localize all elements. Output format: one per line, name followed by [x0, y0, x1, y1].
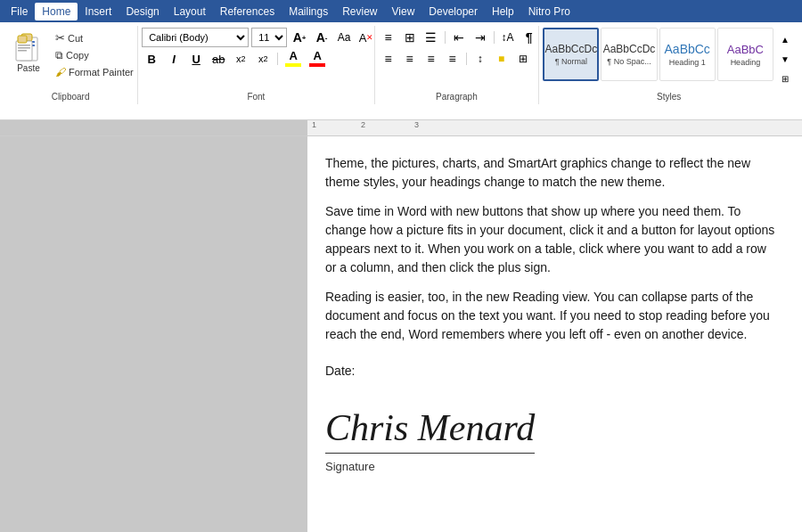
highlight-icon: A [289, 50, 297, 62]
ruler-left-gray [0, 120, 307, 136]
copy-button[interactable]: ⧉ Copy [52, 47, 137, 63]
decrease-indent-button[interactable]: ⇤ [449, 28, 469, 47]
clipboard-actions: ✂ Cut ⧉ Copy 🖌 Format Painter [52, 28, 137, 80]
align-right-button[interactable]: ≡ [421, 49, 441, 69]
font-group: Calibri (Body) 11 A+ A- Aa A✕ B I U ab x… [138, 26, 374, 104]
style-nospace-preview: AaBbCcDc [603, 43, 656, 55]
font-color-icon: A [313, 50, 321, 62]
style-heading2-label: Heading [731, 58, 761, 67]
menu-references[interactable]: References [213, 3, 282, 20]
cut-button[interactable]: ✂ Cut [52, 29, 137, 46]
styles-label: Styles [543, 90, 795, 104]
date-label: Date: [325, 362, 775, 381]
clipboard-group: Paste ✂ Cut ⧉ Copy 🖌 Format Painter [4, 26, 138, 104]
increase-font-button[interactable]: A+ [290, 28, 309, 47]
svg-rect-7 [18, 45, 30, 46]
underline-button[interactable]: U [186, 49, 206, 69]
menu-view[interactable]: View [385, 3, 422, 20]
font-row2: B I U ab x2 x2 A A [142, 49, 328, 69]
style-normal-label: ¶ Normal [555, 57, 587, 66]
align-left-button[interactable]: ≡ [379, 49, 398, 69]
styles-down-button[interactable]: ▼ [775, 49, 795, 69]
clear-formatting-button[interactable]: A✕ [356, 28, 376, 47]
borders-button[interactable]: ⊞ [513, 49, 533, 69]
menu-file[interactable]: File [4, 3, 35, 20]
menu-layout[interactable]: Layout [167, 3, 213, 20]
sort-button[interactable]: ↕A [498, 28, 518, 47]
styles-scroll: AaBbCcDc ¶ Normal AaBbCcDc ¶ No Spac... … [543, 28, 773, 81]
numbering-button[interactable]: ⊞ [400, 28, 420, 47]
svg-rect-6 [18, 36, 27, 43]
document-text: Theme, the pictures, charts, and SmartAr… [325, 154, 775, 476]
bullets-button[interactable]: ≡ [379, 28, 398, 47]
style-no-spacing[interactable]: AaBbCcDc ¶ No Spac... [601, 28, 657, 81]
justify-button[interactable]: ≡ [443, 49, 462, 69]
menu-nitro[interactable]: Nitro Pro [521, 3, 577, 20]
shading-button[interactable]: ■ [492, 49, 511, 69]
font-color-bar [309, 63, 325, 67]
paste-button[interactable]: Paste [7, 28, 50, 75]
menu-design[interactable]: Design [119, 3, 166, 20]
styles-up-button[interactable]: ▲ [775, 29, 795, 49]
change-case-button[interactable]: Aa [334, 28, 354, 47]
menu-home[interactable]: Home [35, 3, 78, 20]
highlight-color-bar [285, 63, 301, 67]
paragraph-group: ≡ ⊞ ☰ ⇤ ⇥ ↕A ¶ ≡ ≡ ≡ ≡ ↕ ■ [375, 26, 540, 104]
style-heading2-preview: AaBbC [727, 43, 764, 56]
ruler-mark-2: 2 [361, 120, 365, 129]
style-normal[interactable]: AaBbCcDc ¶ Normal [543, 28, 599, 81]
increase-indent-button[interactable]: ⇥ [471, 28, 490, 47]
style-normal-preview: AaBbCcDc [544, 43, 597, 55]
line-spacing-button[interactable]: ↕ [471, 49, 490, 69]
para-row2: ≡ ≡ ≡ ≡ ↕ ■ ⊞ [379, 49, 533, 69]
doc-paragraph-2: Save time in Word with new buttons that … [325, 202, 775, 277]
font-size-selector[interactable]: 11 [251, 28, 287, 47]
clipboard-label: Clipboard [7, 90, 134, 104]
menu-review[interactable]: Review [335, 3, 384, 20]
paste-icon [12, 29, 45, 63]
text-highlight-button[interactable]: A [282, 49, 304, 69]
font-label: Font [142, 90, 370, 104]
signature-label: Signature [325, 458, 775, 476]
menu-mailings[interactable]: Mailings [282, 3, 335, 20]
ruler: 1 2 3 [0, 120, 802, 136]
menu-help[interactable]: Help [485, 3, 521, 20]
document-area: Theme, the pictures, charts, and SmartAr… [0, 136, 802, 532]
decrease-font-button[interactable]: A- [312, 28, 331, 47]
bold-button[interactable]: B [142, 49, 161, 69]
ribbon: Paste ✂ Cut ⧉ Copy 🖌 Format Painter [0, 22, 802, 120]
ruler-white: 1 2 3 [307, 120, 802, 136]
cut-label: Cut [68, 33, 83, 44]
italic-button[interactable]: I [164, 49, 184, 69]
signature-image: Chris Menard [325, 407, 535, 454]
multilevel-button[interactable]: ☰ [421, 28, 441, 47]
style-heading1-preview: AaBbCc [665, 42, 710, 56]
subscript-button[interactable]: x2 [231, 49, 250, 69]
left-margin [0, 136, 307, 532]
show-hide-button[interactable]: ¶ [520, 28, 539, 47]
ruler-mark-1: 1 [312, 120, 316, 129]
style-heading2[interactable]: AaBbC Heading [717, 28, 773, 81]
page-content: Theme, the pictures, charts, and SmartAr… [307, 136, 802, 532]
svg-rect-9 [18, 50, 27, 52]
font-color-button[interactable]: A [307, 49, 328, 69]
format-painter-button[interactable]: 🖌 Format Painter [52, 64, 137, 80]
para-row1: ≡ ⊞ ☰ ⇤ ⇥ ↕A ¶ [379, 28, 539, 47]
doc-paragraph-3: Reading is easier, too, in the new Readi… [325, 288, 775, 344]
styles-more-button[interactable]: ⊞ [775, 69, 795, 88]
paste-label: Paste [17, 63, 40, 73]
align-center-button[interactable]: ≡ [400, 49, 420, 69]
menu-insert[interactable]: Insert [78, 3, 119, 20]
font-row1: Calibri (Body) 11 A+ A- Aa A✕ [142, 28, 376, 47]
doc-paragraph-1: Theme, the pictures, charts, and SmartAr… [325, 154, 775, 192]
font-family-selector[interactable]: Calibri (Body) [142, 28, 249, 47]
copy-label: Copy [66, 50, 89, 61]
copy-icon: ⧉ [55, 49, 63, 61]
style-heading1[interactable]: AaBbCc Heading 1 [659, 28, 716, 81]
format-painter-label: Format Painter [69, 67, 134, 78]
menu-developer[interactable]: Developer [421, 3, 485, 20]
menu-bar: File Home Insert Design Layout Reference… [0, 0, 802, 22]
styles-group: AaBbCcDc ¶ Normal AaBbCcDc ¶ No Spac... … [539, 26, 798, 104]
strikethrough-button[interactable]: ab [209, 49, 228, 69]
superscript-button[interactable]: x2 [253, 49, 273, 69]
